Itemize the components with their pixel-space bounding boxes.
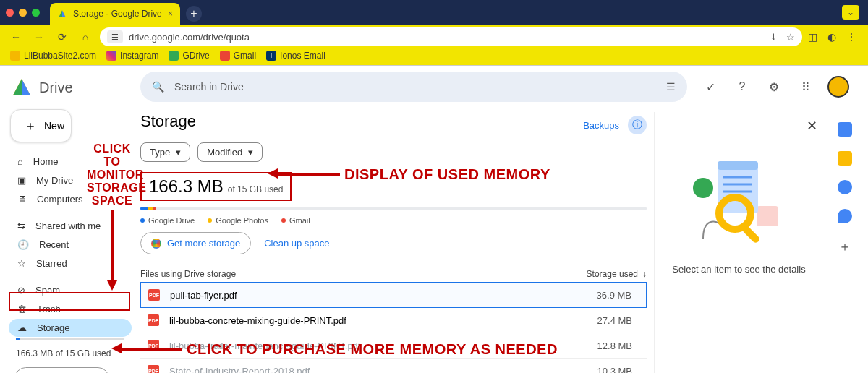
browser-tab[interactable]: Storage - Google Drive × <box>50 3 180 25</box>
file-row[interactable]: PDFpull-tab-flyer.pdf36.9 MB <box>140 282 647 308</box>
minimize-window-icon[interactable] <box>19 9 27 17</box>
reload-icon[interactable]: ⟳ <box>54 28 71 46</box>
bookmark-item[interactable]: IIonos Email <box>266 51 326 61</box>
side-rail: ＋ <box>830 112 859 373</box>
file-list: PDFpull-tab-flyer.pdf36.9 MBPDFlil-bubba… <box>140 282 647 373</box>
bookmark-item[interactable]: GDrive <box>169 51 209 61</box>
file-name: pull-tab-flyer.pdf <box>170 290 237 301</box>
settings-gear-icon[interactable]: ⚙ <box>764 77 784 97</box>
site-info-icon[interactable]: ☰ <box>107 30 123 43</box>
page-title: Storage <box>140 112 196 131</box>
add-addon-icon[interactable]: ＋ <box>838 238 851 255</box>
bookmark-item[interactable]: Gmail <box>220 51 256 61</box>
tasks-icon[interactable] <box>838 180 852 194</box>
sidepanel-icon[interactable]: ◫ <box>808 31 817 43</box>
bookmark-item[interactable]: Instagram <box>106 51 158 61</box>
file-list-header: Files using Drive storage Storage used↓ <box>140 266 647 282</box>
drive-icon: ▣ <box>17 175 26 186</box>
sidebar-get-more-storage-button[interactable]: Get more storage <box>14 367 109 373</box>
file-size: 27.4 MB <box>597 315 639 326</box>
account-avatar[interactable] <box>827 76 849 98</box>
search-icon: 🔍 <box>152 81 164 93</box>
svg-rect-15 <box>741 225 760 244</box>
storage-used-total: of 15 GB used <box>228 184 284 194</box>
traffic-lights <box>6 9 40 17</box>
close-details-icon[interactable]: ✕ <box>807 118 817 134</box>
bookmark-item[interactable]: LilBubbaSite2.com <box>10 51 96 61</box>
pdf-icon: PDF <box>148 365 159 373</box>
help-icon[interactable]: ? <box>732 77 752 97</box>
profile-icon[interactable]: ◐ <box>827 31 836 43</box>
col-size[interactable]: Storage used <box>587 269 638 279</box>
sidebar-item-home[interactable]: ⌂Home <box>9 153 132 171</box>
plus-icon: ＋ <box>24 117 37 134</box>
new-tab-button[interactable]: + <box>186 6 202 22</box>
storage-main-pane: Storage Backups ⓘ Type▾ Modified▾ 166.3 … <box>140 112 647 373</box>
search-placeholder: Search in Drive <box>174 81 244 93</box>
forward-icon[interactable]: → <box>30 28 48 46</box>
details-pane: ✕ Select an item to see the details <box>654 112 823 373</box>
file-row[interactable]: PDFState-of-Industry-Report-2018.pdf10.3… <box>140 359 647 373</box>
bookmark-star-icon[interactable]: ☆ <box>786 32 795 43</box>
clean-up-space-link[interactable]: Clean up space <box>264 238 329 249</box>
filter-modified-chip[interactable]: Modified▾ <box>197 142 263 162</box>
contacts-icon[interactable] <box>838 209 852 223</box>
tab-close-icon[interactable]: × <box>168 9 173 19</box>
bookmarks-bar: LilBubbaSite2.com Instagram GDrive Gmail… <box>0 49 868 65</box>
storage-breakdown-bar <box>140 207 647 210</box>
details-empty-msg: Select an item to see the details <box>662 264 816 275</box>
back-icon[interactable]: ← <box>7 28 25 46</box>
cloud-icon: ☁ <box>17 322 27 333</box>
file-name: State-of-Industry-Report-2018.pdf <box>169 366 310 374</box>
pdf-icon: PDF <box>148 289 160 301</box>
info-icon[interactable]: ⓘ <box>628 116 647 134</box>
sidebar-item-storage[interactable]: ☁Storage <box>9 319 132 337</box>
clock-icon: 🕘 <box>17 239 29 250</box>
search-filter-icon[interactable]: ☰ <box>666 81 676 93</box>
chevron-down-icon: ▾ <box>176 147 181 158</box>
apps-grid-icon[interactable]: ⠿ <box>796 77 816 97</box>
filter-type-chip[interactable]: Type▾ <box>140 142 190 162</box>
sidebar-item-mydrive[interactable]: ▣My Drive <box>9 171 132 189</box>
svg-marker-5 <box>22 79 30 95</box>
svg-marker-4 <box>13 79 22 95</box>
file-name: lil-bubba-concrete-mixing-guide-PRINT.pd… <box>169 315 346 326</box>
search-input[interactable]: 🔍 Search in Drive ☰ <box>140 72 687 102</box>
details-illustration <box>689 155 790 249</box>
svg-rect-7 <box>757 206 778 226</box>
brand-label: Drive <box>39 80 73 96</box>
svg-point-6 <box>693 178 713 198</box>
zoom-window-icon[interactable] <box>32 9 40 17</box>
window-control-icon[interactable]: ⌄ <box>842 5 859 20</box>
get-more-storage-button[interactable]: Get more storage <box>140 232 251 254</box>
home-icon: ⌂ <box>17 156 23 167</box>
svg-rect-9 <box>718 161 758 170</box>
address-bar[interactable]: ☰ drive.google.com/drive/quota ⤓ ☆ <box>100 27 802 46</box>
file-row[interactable]: PDFlil-bubba-trailer-maintenance-guide-P… <box>140 333 647 359</box>
keep-icon[interactable] <box>838 151 852 166</box>
sort-arrow-icon[interactable]: ↓ <box>642 269 647 279</box>
people-icon: ⇆ <box>17 220 25 231</box>
menu-dots-icon[interactable]: ⋮ <box>846 31 856 43</box>
calendar-icon[interactable] <box>838 122 852 137</box>
star-icon: ☆ <box>17 258 26 269</box>
file-row[interactable]: PDFlil-bubba-concrete-mixing-guide-PRINT… <box>140 308 647 333</box>
window-titlebar: Storage - Google Drive × + ⌄ <box>0 0 868 25</box>
file-size: 12.8 MB <box>597 340 639 351</box>
status-icon[interactable]: ✓ <box>700 77 720 97</box>
close-window-icon[interactable] <box>6 9 14 17</box>
file-name: lil-bubba-trailer-maintenance-guide-PRIN… <box>169 340 360 351</box>
drive-logo[interactable]: Drive <box>6 73 135 109</box>
svg-marker-1 <box>59 10 62 17</box>
storage-used-amount: 166.3 MB <box>149 176 224 197</box>
home-icon[interactable]: ⌂ <box>77 28 94 46</box>
sidebar-item-computers[interactable]: 🖥Computers <box>9 190 132 208</box>
backups-link[interactable]: Backups <box>583 120 619 131</box>
new-button[interactable]: ＋ New <box>10 109 72 142</box>
computer-icon: 🖥 <box>17 194 27 205</box>
browser-toolbar: ← → ⟳ ⌂ ☰ drive.google.com/drive/quota ⤓… <box>0 25 868 49</box>
install-icon[interactable]: ⤓ <box>770 32 778 43</box>
sidebar: Drive ＋ New ⌂Home ▣My Drive 🖥Computers ⇆… <box>0 66 140 373</box>
storage-legend: Google Drive Google Photos Gmail <box>140 216 647 225</box>
google-one-icon <box>151 239 161 249</box>
